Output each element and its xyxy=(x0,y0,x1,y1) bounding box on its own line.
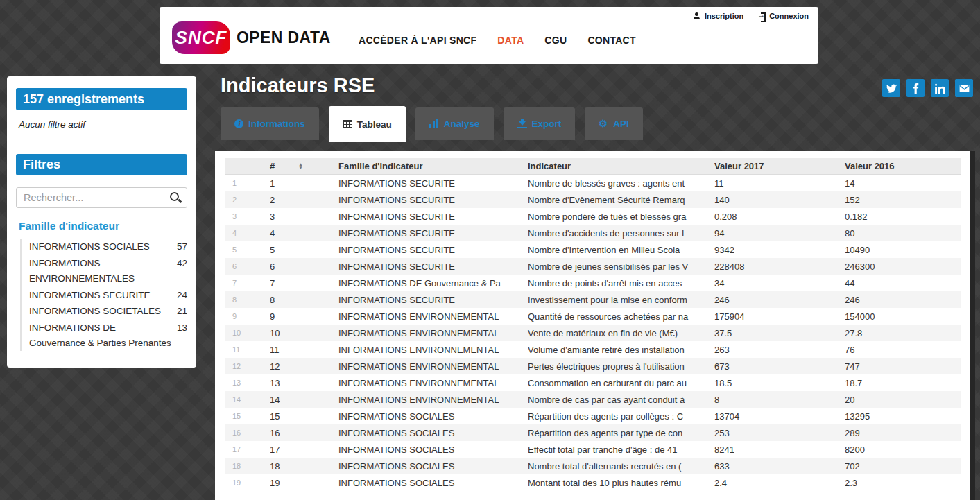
record-number-cell: 17 xyxy=(264,445,333,455)
record-number-cell: 13 xyxy=(264,378,333,388)
table-row[interactable]: 5 5 INFORMATIONS SECURITE Nombre d'Inter… xyxy=(225,241,961,258)
record-number-cell: 11 xyxy=(264,345,333,355)
table-row[interactable]: 14 14 INFORMATIONS ENVIRONNEMENTAL Nombr… xyxy=(225,391,961,408)
linkedin-share-button[interactable] xyxy=(931,79,949,97)
twitter-share-button[interactable] xyxy=(882,79,900,97)
table-row[interactable]: 12 12 INFORMATIONS ENVIRONNEMENTAL Perte… xyxy=(225,358,961,374)
indicateur-cell: Effectif total par tranche d'âge : de 41 xyxy=(522,445,709,455)
account-links: Inscription Connexion xyxy=(694,12,809,20)
valeur-2017-cell: 246 xyxy=(709,295,839,305)
email-share-button[interactable] xyxy=(955,79,973,97)
search-input[interactable] xyxy=(16,187,187,208)
record-number-cell: 16 xyxy=(264,428,333,438)
row-number-cell: 4 xyxy=(225,229,264,237)
valeur-2016-cell: 152 xyxy=(839,195,961,205)
indicateur-cell: Consommation en carburant du parc au xyxy=(522,378,709,388)
record-number-cell: 19 xyxy=(264,478,333,488)
table-row[interactable]: 8 8 INFORMATIONS SECURITE Investissement… xyxy=(225,291,961,308)
active-filters-note: Aucun filtre actif xyxy=(19,119,184,130)
facet-list: INFORMATIONS SOCIALES 57 INFORMATIONS EN… xyxy=(20,239,187,351)
tab[interactable]: Export xyxy=(504,107,576,140)
table-row[interactable]: 7 7 INFORMATIONS DE Gouvernance & Pa Nom… xyxy=(225,275,961,291)
facet-count: 57 xyxy=(177,239,187,255)
facet-item[interactable]: INFORMATIONS SECURITE 24 xyxy=(29,288,187,303)
valeur-2017-cell: 2.4 xyxy=(709,478,839,488)
record-number-cell: 5 xyxy=(264,245,333,255)
table-row[interactable]: 18 18 INFORMATIONS SOCIALES Nombre total… xyxy=(225,458,961,474)
nav-item[interactable]: CONTACT xyxy=(587,35,636,46)
table-row[interactable]: 17 17 INFORMATIONS SOCIALES Effectif tot… xyxy=(225,441,961,458)
page-title: Indicateurs RSE xyxy=(221,74,375,97)
nav-item[interactable]: DATA xyxy=(497,35,524,46)
valeur-2017-cell: 263 xyxy=(709,345,839,355)
table-scrollbar[interactable] xyxy=(970,151,975,500)
famille-cell: INFORMATIONS SOCIALES xyxy=(333,428,522,438)
facet-label: INFORMATIONS DE Gouvernance & Parties Pr… xyxy=(29,320,177,351)
tab[interactable]: Analyse xyxy=(415,107,494,140)
nav-item[interactable]: CGU xyxy=(544,35,567,46)
tab-label: Informations xyxy=(248,119,305,129)
valeur-2016-cell: 76 xyxy=(839,345,961,355)
tab[interactable]: API xyxy=(585,107,643,140)
table-row[interactable]: 9 9 INFORMATIONS ENVIRONNEMENTAL Quantit… xyxy=(225,308,961,325)
nav-item[interactable]: ACCÉDER À L'API SNCF xyxy=(359,35,476,46)
facebook-share-button[interactable] xyxy=(906,79,925,97)
sort-icon[interactable]: ▲▼ xyxy=(298,163,302,169)
valeur-2017-column-header: Valeur 2017 xyxy=(709,161,839,171)
search-icon[interactable] xyxy=(170,192,181,203)
sncf-logo[interactable]: SNCF xyxy=(172,21,230,54)
row-number-cell: 18 xyxy=(225,462,264,470)
table-row[interactable]: 10 10 INFORMATIONS ENVIRONNEMENTAL Vente… xyxy=(225,325,961,341)
famille-cell: INFORMATIONS ENVIRONNEMENTAL xyxy=(333,378,522,388)
table-row[interactable]: 2 2 INFORMATIONS SECURITE Nombre d'Evène… xyxy=(225,191,961,208)
table-row[interactable]: 6 6 INFORMATIONS SECURITE Nombre de jeun… xyxy=(225,258,961,275)
indicateur-cell: Nombre de points d'arrêt mis en acces xyxy=(522,278,709,288)
famille-cell: INFORMATIONS ENVIRONNEMENTAL xyxy=(333,395,522,405)
famille-cell: INFORMATIONS SECURITE xyxy=(333,245,522,255)
linkedin-icon xyxy=(935,83,945,94)
valeur-2016-cell: 289 xyxy=(839,428,961,438)
facebook-icon xyxy=(911,83,921,94)
table-row[interactable]: 11 11 INFORMATIONS ENVIRONNEMENTAL Volum… xyxy=(225,341,961,358)
valeur-2017-cell: 228408 xyxy=(709,261,839,272)
row-number-cell: 3 xyxy=(225,212,264,221)
table-row[interactable]: 15 15 INFORMATIONS SOCIALES Répartition … xyxy=(225,408,961,424)
record-number-cell: 6 xyxy=(264,261,333,272)
table-row[interactable]: 16 16 INFORMATIONS SOCIALES Répartition … xyxy=(225,424,961,441)
tab-label: Tableau xyxy=(357,119,392,130)
indicateur-cell: Nombre de cas par cas ayant conduit à xyxy=(522,395,709,405)
indicateur-cell: Montant total des 10 plus hautes rému xyxy=(522,478,709,488)
table-row[interactable]: 4 4 INFORMATIONS SECURITE Nombre d'accid… xyxy=(225,225,961,241)
facet-item[interactable]: INFORMATIONS DE Gouvernance & Parties Pr… xyxy=(29,320,187,351)
bar-chart-icon xyxy=(429,119,439,128)
table-row[interactable]: 1 1 INFORMATIONS SECURITE Nombre de bles… xyxy=(225,175,961,191)
record-number-header: # ▲▼ xyxy=(264,161,333,171)
sncf-logo-text: SNCF xyxy=(175,27,227,49)
table-row[interactable]: 19 19 INFORMATIONS SOCIALES Montant tota… xyxy=(225,474,961,491)
famille-cell: INFORMATIONS ENVIRONNEMENTAL xyxy=(333,361,522,372)
valeur-2017-cell: 9342 xyxy=(709,245,839,255)
facet-item[interactable]: INFORMATIONS SOCIALES 57 xyxy=(29,239,187,255)
login-link[interactable]: Connexion xyxy=(757,12,809,20)
facet-count: 13 xyxy=(177,320,187,351)
indicateur-cell: Nombre pondéré de tués et blessés gra xyxy=(522,212,709,222)
valeur-2016-cell: 18.7 xyxy=(839,378,961,388)
valeur-2017-cell: 37.5 xyxy=(709,328,839,338)
tab[interactable]: Informations xyxy=(221,107,319,140)
login-label: Connexion xyxy=(769,12,809,20)
famille-cell: INFORMATIONS SECURITE xyxy=(333,228,522,239)
indicateur-cell: Volume d'amiante retiré des installation xyxy=(522,345,709,355)
table-row[interactable]: 13 13 INFORMATIONS ENVIRONNEMENTAL Conso… xyxy=(225,374,961,391)
facet-item[interactable]: INFORMATIONS SOCIETALES 21 xyxy=(29,304,187,319)
table-header-row: # ▲▼ Famille d'indicateur Indicateur Val… xyxy=(225,158,961,175)
facet-count: 21 xyxy=(177,304,187,319)
tab[interactable]: Tableau xyxy=(329,106,406,142)
famille-cell: INFORMATIONS SECURITE xyxy=(333,261,522,272)
indicateur-cell: Nombre de jeunes sensibilisés par les V xyxy=(522,261,709,272)
row-number-cell: 12 xyxy=(225,362,264,370)
view-tabs: Informations Tableau Analyse Export API xyxy=(221,107,643,142)
table-row[interactable]: 3 3 INFORMATIONS SECURITE Nombre pondéré… xyxy=(225,208,961,225)
famille-cell: INFORMATIONS ENVIRONNEMENTAL xyxy=(333,311,522,322)
facet-item[interactable]: INFORMATIONS ENVIRONNEMENTALES 42 xyxy=(29,256,187,286)
signup-link[interactable]: Inscription xyxy=(694,12,743,20)
